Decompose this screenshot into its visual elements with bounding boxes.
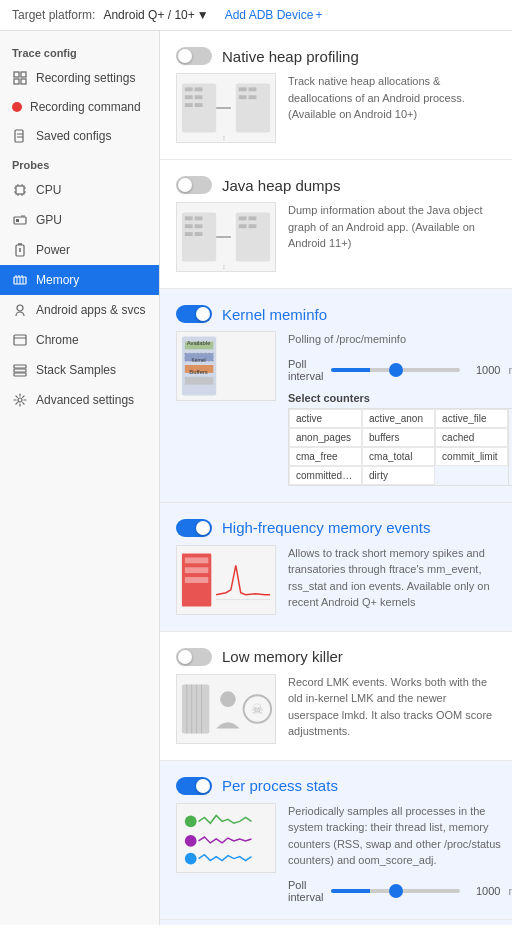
svg-rect-0 [14, 72, 19, 77]
chrome-label: Chrome [36, 333, 79, 347]
java-heap-title: Java heap dumps [222, 177, 340, 194]
sidebar-item-gpu[interactable]: GPU [0, 205, 159, 235]
svg-rect-7 [16, 186, 24, 194]
per-process-desc: Periodically samples all processes in th… [288, 803, 512, 869]
native-heap-body: ↕ Track native heap allocations & deallo… [176, 73, 496, 143]
low-memory-card: Low memory killer [160, 632, 512, 761]
toggle-thumb [178, 650, 192, 664]
svg-rect-76 [185, 577, 209, 583]
counter-cached[interactable]: cached [435, 428, 508, 447]
svg-point-36 [18, 398, 22, 402]
java-heap-card: Java heap dumps [160, 160, 512, 289]
saved-configs-label: Saved configs [36, 129, 111, 143]
counter-dirty[interactable]: dirty [362, 466, 435, 485]
toggle-thumb [196, 779, 210, 793]
counter-buffers[interactable]: buffers [362, 428, 435, 447]
high-freq-toggle[interactable] [176, 519, 212, 537]
svg-rect-43 [195, 103, 203, 107]
high-freq-desc: Allows to track short memory spikes and … [288, 545, 496, 615]
svg-point-30 [17, 305, 23, 311]
low-memory-header: Low memory killer [176, 648, 496, 666]
sidebar-item-recording-settings[interactable]: Recording settings [0, 63, 159, 93]
file-icon [12, 128, 28, 144]
cpu-icon [12, 182, 28, 198]
poll-label: Poll interval [288, 358, 323, 382]
native-heap-toggle[interactable] [176, 47, 212, 65]
sidebar-item-android-apps[interactable]: Android apps & svcs [0, 295, 159, 325]
poll-interval-slider[interactable] [331, 368, 460, 372]
svg-rect-35 [14, 373, 26, 376]
sidebar-item-memory[interactable]: Memory [0, 265, 159, 295]
svg-text:↕: ↕ [222, 134, 225, 141]
sidebar-item-recording-command[interactable]: Recording command [0, 93, 159, 121]
toggle-thumb [196, 521, 210, 535]
sidebar: Trace config Recording settings Recordin… [0, 31, 160, 925]
kernel-meminfo-toggle[interactable] [176, 305, 212, 323]
kernel-meminfo-desc: Polling of /proc/meminfo [288, 331, 512, 348]
counters-section: Select counters active active_anon activ… [288, 392, 512, 486]
svg-rect-1 [21, 72, 26, 77]
high-freq-header: High-frequency memory events [176, 519, 496, 537]
add-adb-button[interactable]: Add ADB Device + [225, 8, 323, 22]
counter-commit-limit[interactable]: commit_limit [435, 447, 508, 466]
target-label: Target platform: [12, 8, 95, 22]
recording-command-label: Recording command [30, 100, 141, 114]
svg-rect-79 [182, 684, 209, 733]
high-freq-card: High-frequency memory events [160, 503, 512, 632]
top-bar: Target platform: Android Q+ / 10+ ▼ Add … [0, 0, 512, 31]
sidebar-item-advanced-settings[interactable]: Advanced settings [0, 385, 159, 415]
toggle-thumb [196, 307, 210, 321]
svg-rect-47 [249, 87, 257, 91]
sidebar-item-saved-configs[interactable]: Saved configs [0, 121, 159, 151]
svg-rect-39 [195, 87, 203, 91]
kernel-meminfo-title: Kernel meminfo [222, 306, 327, 323]
counters-label: Select counters [288, 392, 512, 404]
per-process-toggle[interactable] [176, 777, 212, 795]
grid-icon [12, 70, 28, 86]
per-process-body: Periodically samples all processes in th… [176, 803, 496, 903]
low-memory-title: Low memory killer [222, 648, 343, 665]
advanced-settings-label: Advanced settings [36, 393, 134, 407]
counter-cma-free[interactable]: cma_free [289, 447, 362, 466]
gpu-label: GPU [36, 213, 62, 227]
high-freq-title: High-frequency memory events [222, 519, 430, 536]
kernel-meminfo-card: Kernel meminfo Available Kernel Buffers [160, 289, 512, 503]
svg-text:Kernel: Kernel [191, 358, 205, 363]
svg-rect-52 [185, 216, 193, 220]
svg-text:☠: ☠ [251, 701, 264, 716]
kernel-meminfo-body: Available Kernel Buffers Polling of /pro… [176, 331, 496, 486]
per-process-poll-slider[interactable] [331, 889, 460, 893]
trace-config-label: Trace config [0, 39, 159, 63]
svg-rect-69 [185, 377, 213, 385]
per-process-poll-label: Poll interval [288, 879, 323, 903]
sidebar-item-chrome[interactable]: Chrome [0, 325, 159, 355]
svg-point-88 [185, 835, 197, 847]
counters-container: active active_anon active_file anon_page… [288, 408, 512, 486]
sidebar-item-stack-samples[interactable]: Stack Samples [0, 355, 159, 385]
target-select[interactable]: Android Q+ / 10+ ▼ [103, 8, 208, 22]
stack-icon [12, 362, 28, 378]
low-memory-toggle[interactable] [176, 648, 212, 666]
sidebar-item-cpu[interactable]: CPU [0, 175, 159, 205]
probes-label: Probes [0, 151, 159, 175]
stack-samples-label: Stack Samples [36, 363, 116, 377]
counter-cma-total[interactable]: cma_total [362, 447, 435, 466]
counter-active[interactable]: active [289, 409, 362, 428]
counter-committed-as[interactable]: committed_as [289, 466, 362, 485]
java-heap-header: Java heap dumps [176, 176, 496, 194]
poll-interval-row: Poll interval 1000 ms [288, 358, 512, 382]
sidebar-item-power[interactable]: Power [0, 235, 159, 265]
counter-anon-pages[interactable]: anon_pages [289, 428, 362, 447]
android-apps-label: Android apps & svcs [36, 303, 145, 317]
native-heap-card: Native heap profiling [160, 31, 512, 160]
toggle-thumb [178, 178, 192, 192]
java-heap-toggle[interactable] [176, 176, 212, 194]
per-process-poll-value: 1000 [468, 885, 500, 897]
high-freq-image [176, 545, 276, 615]
svg-rect-16 [14, 217, 26, 224]
counter-active-anon[interactable]: active_anon [362, 409, 435, 428]
java-heap-image: ↕ [176, 202, 276, 272]
svg-rect-40 [185, 95, 193, 99]
power-icon [12, 242, 28, 258]
counter-active-file[interactable]: active_file [435, 409, 508, 428]
